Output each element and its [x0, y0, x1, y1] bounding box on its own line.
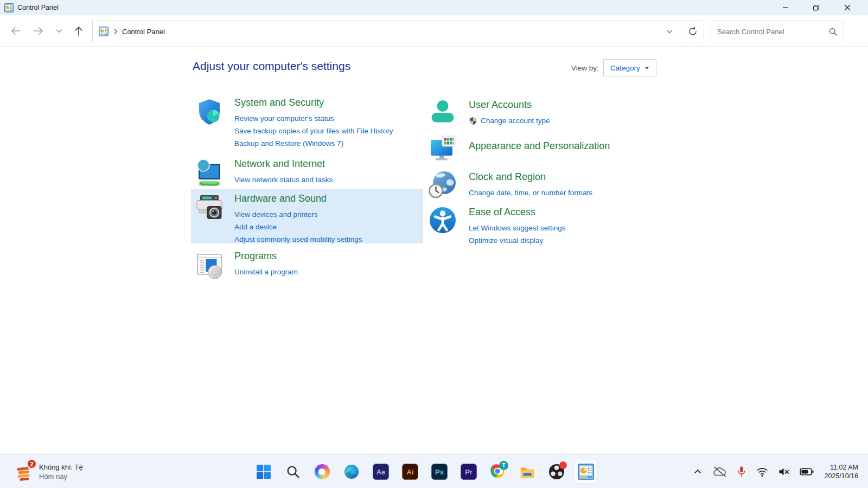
- category-title[interactable]: System and Security: [234, 97, 393, 108]
- edge-button[interactable]: [343, 460, 360, 484]
- view-by-label: View by:: [571, 64, 599, 72]
- category-appearance-personalization: Appearance and Personalization: [426, 130, 660, 163]
- refresh-button[interactable]: [681, 21, 704, 42]
- after-effects-button[interactable]: Ae: [372, 460, 390, 484]
- weather-widget[interactable]: 2 Không khí: Tệ Hôm nay: [11, 459, 87, 485]
- titlebar: Control Panel: [0, 0, 868, 15]
- close-icon: [844, 4, 851, 11]
- view-by-dropdown[interactable]: Category: [603, 59, 656, 76]
- user-silhouette-icon[interactable]: [429, 99, 457, 127]
- file-explorer-button[interactable]: [519, 460, 536, 484]
- address-bar[interactable]: Control Panel: [92, 21, 704, 42]
- copilot-button[interactable]: [314, 460, 331, 484]
- weather-line2: Hôm nay: [39, 472, 83, 481]
- link-file-history-backup[interactable]: Save backup copies of your files with Fi…: [234, 126, 393, 136]
- breadcrumb-control-panel[interactable]: Control Panel: [122, 28, 165, 36]
- link-backup-restore-win7[interactable]: Backup and Restore (Windows 7): [234, 139, 393, 149]
- close-button[interactable]: [832, 0, 863, 15]
- start-button[interactable]: [255, 460, 272, 484]
- link-windows-suggest-settings[interactable]: Let Windows suggest settings: [469, 223, 566, 233]
- pr-label: Pr: [465, 468, 473, 476]
- navigation-bar: Control Panel: [0, 15, 868, 47]
- category-network-and-internet: Network and Internet View network status…: [191, 153, 423, 188]
- link-label: Change account type: [481, 116, 550, 126]
- back-icon: [9, 24, 22, 37]
- search-input[interactable]: [717, 28, 828, 36]
- link-optimize-visual-display[interactable]: Optimize visual display: [469, 236, 566, 246]
- globe-clock-icon[interactable]: [429, 171, 457, 199]
- restore-button[interactable]: [801, 0, 832, 15]
- category-title[interactable]: Programs: [234, 250, 298, 262]
- security-shield-icon[interactable]: [194, 97, 225, 127]
- link-change-account-type[interactable]: Change account type: [469, 116, 550, 126]
- category-title[interactable]: Ease of Access: [469, 206, 566, 218]
- category-title[interactable]: Clock and Region: [469, 171, 592, 183]
- link-review-computer-status[interactable]: Review your computer's status: [234, 114, 393, 124]
- hidden-icons-button[interactable]: [687, 461, 708, 483]
- address-dropdown-button[interactable]: [658, 21, 681, 42]
- tray-date: 2025/10/16: [824, 472, 858, 480]
- search-icon[interactable]: [828, 27, 838, 36]
- category-title[interactable]: Network and Internet: [234, 158, 333, 170]
- after-effects-icon: Ae: [373, 464, 389, 480]
- volume-button[interactable]: [773, 461, 795, 483]
- recent-locations-button[interactable]: [50, 22, 68, 40]
- back-button[interactable]: [7, 22, 25, 40]
- battery-icon: [800, 467, 814, 477]
- link-change-date-time-formats[interactable]: Change date, time, or number formats: [469, 188, 592, 198]
- battery-button[interactable]: [795, 461, 819, 483]
- printer-camera-icon[interactable]: [194, 192, 225, 223]
- category-clock-and-region: Clock and Region Change date, time, or n…: [426, 166, 660, 199]
- ease-of-access-icon[interactable]: [429, 206, 457, 234]
- microphone-button[interactable]: [732, 461, 751, 483]
- up-button[interactable]: [69, 22, 88, 40]
- premiere-button[interactable]: Pr: [460, 460, 477, 484]
- photoshop-icon: Ps: [431, 464, 448, 480]
- illustrator-button[interactable]: Ai: [401, 460, 419, 484]
- start-icon: [256, 464, 271, 479]
- photoshop-button[interactable]: Ps: [431, 460, 448, 484]
- category-system-and-security: System and Security Review your computer…: [191, 92, 423, 149]
- link-add-a-device[interactable]: Add a device: [234, 222, 362, 232]
- tray-time: 11:02 AM: [824, 463, 858, 472]
- control-panel-icon: [99, 27, 108, 36]
- tray-clock[interactable]: 11:02 AM 2025/10/16: [824, 463, 858, 480]
- taskbar-apps: Ae Ai Ps Pr: [255, 460, 595, 484]
- category-title[interactable]: Appearance and Personalization: [469, 140, 610, 152]
- category-user-accounts: User Accounts Change account type: [426, 94, 660, 127]
- control-panel-icon: [578, 464, 594, 480]
- breadcrumb-chevron-icon: [111, 27, 120, 36]
- onedrive-paused-icon: [713, 466, 727, 478]
- link-view-network-status[interactable]: View network status and tasks: [234, 175, 333, 185]
- view-by-value: Category: [610, 64, 640, 72]
- minimize-icon: [782, 4, 789, 11]
- category-title[interactable]: Hardware and Sound: [234, 192, 362, 204]
- volume-muted-icon: [778, 466, 790, 477]
- forward-icon: [32, 24, 45, 37]
- forward-button[interactable]: [29, 22, 48, 40]
- taskbar-search-button[interactable]: [284, 460, 302, 484]
- category-title[interactable]: User Accounts: [469, 99, 550, 111]
- window-controls: [770, 0, 863, 15]
- tray-chevron-up-icon: [692, 466, 703, 477]
- screen: Control Panel: [0, 0, 868, 488]
- ai-label: Ai: [407, 468, 414, 476]
- window-title: Control Panel: [17, 4, 59, 11]
- address-dropdown-icon: [666, 28, 673, 35]
- minimize-button[interactable]: [770, 0, 801, 15]
- link-uninstall-a-program[interactable]: Uninstall a program: [234, 267, 298, 277]
- up-icon: [72, 24, 85, 37]
- programs-window-disc-icon[interactable]: [194, 250, 225, 280]
- category-hardware-and-sound[interactable]: Hardware and Sound View devices and prin…: [191, 189, 423, 243]
- monitor-palette-icon[interactable]: [429, 134, 457, 163]
- obs-button[interactable]: [548, 460, 565, 484]
- chrome-profile-badge: T: [499, 461, 508, 470]
- link-adjust-mobility-settings[interactable]: Adjust commonly used mobility settings: [234, 235, 362, 245]
- wifi-button[interactable]: [751, 461, 773, 483]
- control-panel-taskbar-button[interactable]: [574, 460, 598, 484]
- network-monitor-globe-icon[interactable]: [194, 158, 225, 188]
- onedrive-button[interactable]: [708, 461, 732, 483]
- wifi-icon: [756, 466, 768, 477]
- chrome-button[interactable]: T: [489, 460, 507, 484]
- link-view-devices-printers[interactable]: View devices and printers: [234, 210, 362, 220]
